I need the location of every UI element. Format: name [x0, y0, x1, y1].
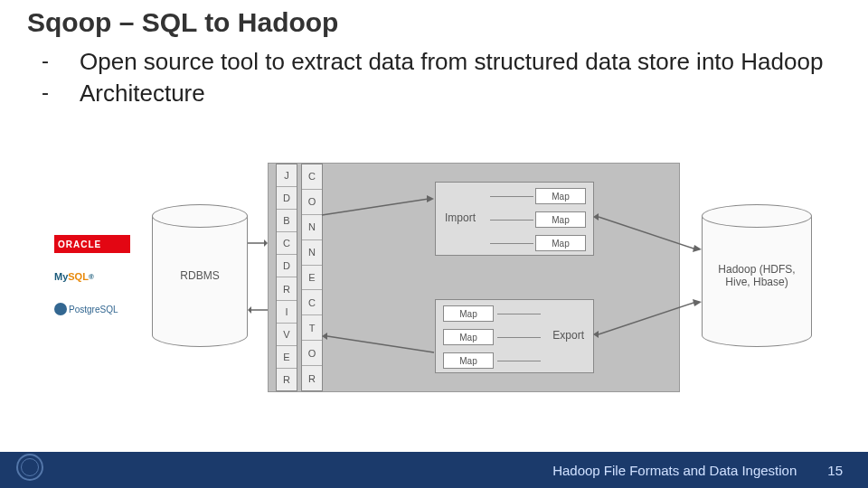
import-group: Import Map Map Map	[435, 182, 594, 256]
export-group: Export Map Map Map	[435, 299, 594, 373]
svg-marker-13	[322, 333, 327, 340]
rdbms-cylinder: RDBMS	[152, 204, 248, 347]
arrow-sqoop-to-rdbms	[248, 304, 268, 316]
bullet-list: Open source tool to extract data from st…	[36, 47, 841, 109]
map-box: Map	[443, 305, 494, 322]
map-box: Map	[535, 235, 586, 251]
rdbms-label: RDBMS	[176, 269, 222, 282]
postgresql-logo: PostgreSQL	[54, 300, 130, 318]
arrow-import-to-hadoop	[593, 211, 702, 255]
cern-logo-icon	[16, 454, 43, 481]
mysql-logo: MySQL®	[54, 267, 130, 286]
slide-footer: Hadoop File Formats and Data Ingestion 1…	[0, 452, 868, 488]
svg-marker-11	[427, 195, 434, 202]
jdbc-driver-column: J D B C D R I V E R	[276, 164, 297, 391]
svg-marker-3	[248, 306, 251, 314]
svg-line-7	[599, 302, 696, 334]
svg-marker-6	[693, 245, 702, 252]
hadoop-label: Hadoop (HDFS, Hive, Hbase)	[703, 263, 811, 288]
oracle-logo: ORACLE	[54, 235, 130, 253]
svg-line-4	[599, 217, 696, 249]
connector-column: C O N N E C T O R	[301, 164, 323, 391]
bullet-item: Architecture	[36, 79, 841, 108]
map-box: Map	[535, 188, 586, 204]
svg-line-12	[327, 336, 434, 352]
database-logos: ORACLE MySQL® PostgreSQL	[54, 235, 130, 333]
svg-marker-8	[593, 331, 599, 338]
svg-marker-5	[593, 213, 599, 221]
import-label: Import	[445, 211, 476, 224]
svg-line-10	[322, 199, 429, 215]
bullet-item: Open source tool to extract data from st…	[36, 47, 841, 77]
svg-marker-1	[264, 239, 268, 247]
architecture-diagram: ORACLE MySQL® PostgreSQL RDBMS J D B C D…	[54, 152, 814, 403]
map-box: Map	[443, 352, 494, 369]
slide-title: Sqoop – SQL to Hadoop	[27, 7, 338, 38]
page-number: 15	[827, 463, 843, 478]
arrow-rdbms-to-sqoop	[248, 237, 268, 249]
map-box: Map	[443, 329, 494, 345]
export-label: Export	[552, 329, 584, 342]
footer-title: Hadoop File Formats and Data Ingestion	[552, 463, 797, 478]
arrow-export-to-connector	[322, 333, 434, 356]
svg-marker-9	[693, 299, 702, 306]
map-box: Map	[535, 211, 586, 228]
hadoop-cylinder: Hadoop (HDFS, Hive, Hbase)	[702, 204, 812, 347]
arrow-connector-to-import	[322, 195, 434, 219]
arrow-hadoop-to-export	[593, 296, 702, 340]
